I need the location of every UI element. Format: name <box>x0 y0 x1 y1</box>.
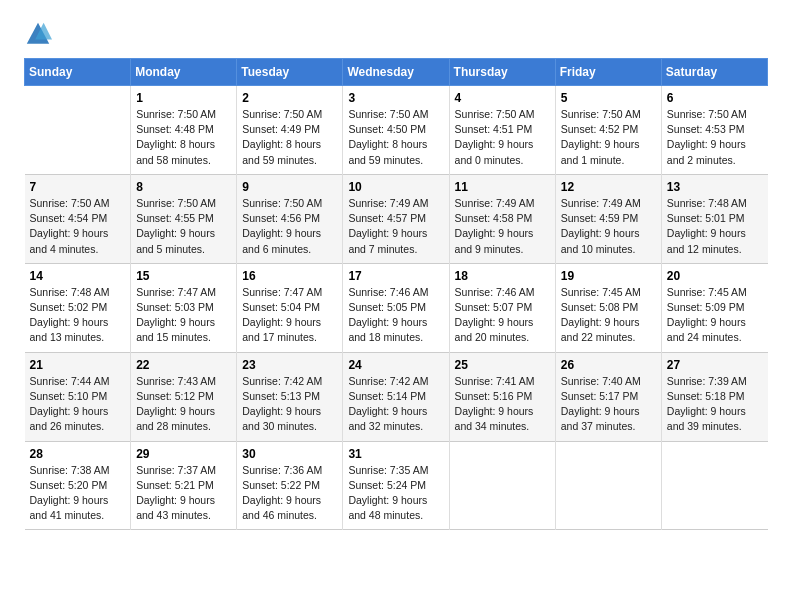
cell-info: Sunrise: 7:35 AMSunset: 5:24 PMDaylight:… <box>348 463 443 524</box>
cell-info: Sunrise: 7:41 AMSunset: 5:16 PMDaylight:… <box>455 374 550 435</box>
daylight-text: Daylight: 9 hours and 1 minute. <box>561 138 640 165</box>
cell-info: Sunrise: 7:47 AMSunset: 5:03 PMDaylight:… <box>136 285 231 346</box>
daylight-text: Daylight: 9 hours and 28 minutes. <box>136 405 215 432</box>
sunset-text: Sunset: 5:21 PM <box>136 479 214 491</box>
cell-info: Sunrise: 7:50 AMSunset: 4:49 PMDaylight:… <box>242 107 337 168</box>
logo <box>24 20 54 48</box>
sunrise-text: Sunrise: 7:35 AM <box>348 464 428 476</box>
sunset-text: Sunset: 5:09 PM <box>667 301 745 313</box>
daylight-text: Daylight: 9 hours and 30 minutes. <box>242 405 321 432</box>
day-number: 7 <box>30 180 126 194</box>
cell-info: Sunrise: 7:42 AMSunset: 5:13 PMDaylight:… <box>242 374 337 435</box>
cell-info: Sunrise: 7:49 AMSunset: 4:59 PMDaylight:… <box>561 196 656 257</box>
sunset-text: Sunset: 5:16 PM <box>455 390 533 402</box>
day-number: 18 <box>455 269 550 283</box>
sunset-text: Sunset: 5:01 PM <box>667 212 745 224</box>
cell-info: Sunrise: 7:50 AMSunset: 4:54 PMDaylight:… <box>30 196 126 257</box>
calendar-cell: 27Sunrise: 7:39 AMSunset: 5:18 PMDayligh… <box>661 352 767 441</box>
day-number: 4 <box>455 91 550 105</box>
day-number: 31 <box>348 447 443 461</box>
sunset-text: Sunset: 4:53 PM <box>667 123 745 135</box>
page-header <box>24 20 768 48</box>
cell-info: Sunrise: 7:43 AMSunset: 5:12 PMDaylight:… <box>136 374 231 435</box>
cell-info: Sunrise: 7:49 AMSunset: 4:57 PMDaylight:… <box>348 196 443 257</box>
daylight-text: Daylight: 8 hours and 59 minutes. <box>348 138 427 165</box>
daylight-text: Daylight: 9 hours and 34 minutes. <box>455 405 534 432</box>
day-number: 3 <box>348 91 443 105</box>
daylight-text: Daylight: 9 hours and 39 minutes. <box>667 405 746 432</box>
sunrise-text: Sunrise: 7:50 AM <box>561 108 641 120</box>
calendar-cell: 26Sunrise: 7:40 AMSunset: 5:17 PMDayligh… <box>555 352 661 441</box>
day-number: 30 <box>242 447 337 461</box>
sunrise-text: Sunrise: 7:48 AM <box>30 286 110 298</box>
sunrise-text: Sunrise: 7:42 AM <box>242 375 322 387</box>
sunrise-text: Sunrise: 7:50 AM <box>242 197 322 209</box>
calendar-week-row: 28Sunrise: 7:38 AMSunset: 5:20 PMDayligh… <box>25 441 768 530</box>
daylight-text: Daylight: 9 hours and 13 minutes. <box>30 316 109 343</box>
sunrise-text: Sunrise: 7:46 AM <box>455 286 535 298</box>
sunset-text: Sunset: 4:58 PM <box>455 212 533 224</box>
sunrise-text: Sunrise: 7:50 AM <box>30 197 110 209</box>
header-sunday: Sunday <box>25 59 131 86</box>
day-number: 8 <box>136 180 231 194</box>
daylight-text: Daylight: 9 hours and 18 minutes. <box>348 316 427 343</box>
daylight-text: Daylight: 9 hours and 37 minutes. <box>561 405 640 432</box>
sunset-text: Sunset: 4:51 PM <box>455 123 533 135</box>
calendar-cell: 21Sunrise: 7:44 AMSunset: 5:10 PMDayligh… <box>25 352 131 441</box>
header-tuesday: Tuesday <box>237 59 343 86</box>
sunrise-text: Sunrise: 7:49 AM <box>455 197 535 209</box>
day-number: 23 <box>242 358 337 372</box>
cell-info: Sunrise: 7:38 AMSunset: 5:20 PMDaylight:… <box>30 463 126 524</box>
calendar-header-row: Sunday Monday Tuesday Wednesday Thursday… <box>25 59 768 86</box>
sunset-text: Sunset: 5:08 PM <box>561 301 639 313</box>
day-number: 15 <box>136 269 231 283</box>
calendar-cell: 29Sunrise: 7:37 AMSunset: 5:21 PMDayligh… <box>131 441 237 530</box>
calendar-cell: 31Sunrise: 7:35 AMSunset: 5:24 PMDayligh… <box>343 441 449 530</box>
calendar-cell: 14Sunrise: 7:48 AMSunset: 5:02 PMDayligh… <box>25 263 131 352</box>
sunrise-text: Sunrise: 7:47 AM <box>136 286 216 298</box>
cell-info: Sunrise: 7:47 AMSunset: 5:04 PMDaylight:… <box>242 285 337 346</box>
calendar-cell: 20Sunrise: 7:45 AMSunset: 5:09 PMDayligh… <box>661 263 767 352</box>
sunrise-text: Sunrise: 7:45 AM <box>667 286 747 298</box>
daylight-text: Daylight: 9 hours and 26 minutes. <box>30 405 109 432</box>
cell-info: Sunrise: 7:46 AMSunset: 5:07 PMDaylight:… <box>455 285 550 346</box>
sunrise-text: Sunrise: 7:44 AM <box>30 375 110 387</box>
cell-info: Sunrise: 7:48 AMSunset: 5:02 PMDaylight:… <box>30 285 126 346</box>
header-wednesday: Wednesday <box>343 59 449 86</box>
cell-info: Sunrise: 7:45 AMSunset: 5:08 PMDaylight:… <box>561 285 656 346</box>
calendar-cell: 2Sunrise: 7:50 AMSunset: 4:49 PMDaylight… <box>237 86 343 175</box>
calendar-cell: 4Sunrise: 7:50 AMSunset: 4:51 PMDaylight… <box>449 86 555 175</box>
sunset-text: Sunset: 5:20 PM <box>30 479 108 491</box>
daylight-text: Daylight: 9 hours and 5 minutes. <box>136 227 215 254</box>
calendar-cell: 6Sunrise: 7:50 AMSunset: 4:53 PMDaylight… <box>661 86 767 175</box>
sunset-text: Sunset: 4:50 PM <box>348 123 426 135</box>
day-number: 21 <box>30 358 126 372</box>
calendar-table: Sunday Monday Tuesday Wednesday Thursday… <box>24 58 768 530</box>
day-number: 14 <box>30 269 126 283</box>
sunrise-text: Sunrise: 7:40 AM <box>561 375 641 387</box>
sunrise-text: Sunrise: 7:50 AM <box>242 108 322 120</box>
sunset-text: Sunset: 5:24 PM <box>348 479 426 491</box>
sunrise-text: Sunrise: 7:46 AM <box>348 286 428 298</box>
calendar-cell <box>661 441 767 530</box>
cell-info: Sunrise: 7:48 AMSunset: 5:01 PMDaylight:… <box>667 196 763 257</box>
sunset-text: Sunset: 5:14 PM <box>348 390 426 402</box>
cell-info: Sunrise: 7:40 AMSunset: 5:17 PMDaylight:… <box>561 374 656 435</box>
sunset-text: Sunset: 5:13 PM <box>242 390 320 402</box>
calendar-cell: 25Sunrise: 7:41 AMSunset: 5:16 PMDayligh… <box>449 352 555 441</box>
calendar-week-row: 7Sunrise: 7:50 AMSunset: 4:54 PMDaylight… <box>25 174 768 263</box>
day-number: 26 <box>561 358 656 372</box>
calendar-cell: 1Sunrise: 7:50 AMSunset: 4:48 PMDaylight… <box>131 86 237 175</box>
cell-info: Sunrise: 7:39 AMSunset: 5:18 PMDaylight:… <box>667 374 763 435</box>
calendar-cell: 11Sunrise: 7:49 AMSunset: 4:58 PMDayligh… <box>449 174 555 263</box>
cell-info: Sunrise: 7:49 AMSunset: 4:58 PMDaylight:… <box>455 196 550 257</box>
day-number: 29 <box>136 447 231 461</box>
day-number: 9 <box>242 180 337 194</box>
cell-info: Sunrise: 7:46 AMSunset: 5:05 PMDaylight:… <box>348 285 443 346</box>
calendar-week-row: 21Sunrise: 7:44 AMSunset: 5:10 PMDayligh… <box>25 352 768 441</box>
header-friday: Friday <box>555 59 661 86</box>
sunrise-text: Sunrise: 7:50 AM <box>455 108 535 120</box>
cell-info: Sunrise: 7:50 AMSunset: 4:53 PMDaylight:… <box>667 107 763 168</box>
day-number: 11 <box>455 180 550 194</box>
day-number: 6 <box>667 91 763 105</box>
